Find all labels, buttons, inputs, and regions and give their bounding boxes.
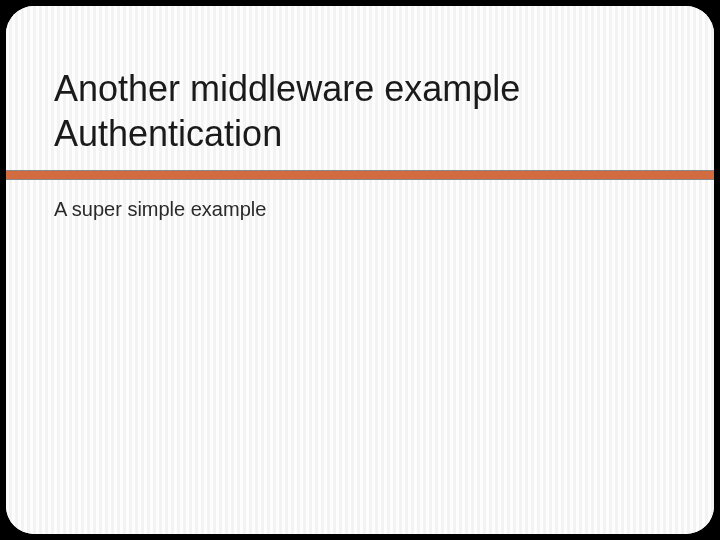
title-line-2: Authentication xyxy=(54,113,282,154)
slide-title: Another middleware example Authenticatio… xyxy=(54,66,666,156)
slide-container: Another middleware example Authenticatio… xyxy=(0,0,720,540)
title-line-1: Another middleware example xyxy=(54,68,520,109)
slide-subtitle: A super simple example xyxy=(54,198,666,221)
divider-bar xyxy=(6,170,714,180)
slide: Another middleware example Authenticatio… xyxy=(6,6,714,534)
slide-content: Another middleware example Authenticatio… xyxy=(6,6,714,221)
